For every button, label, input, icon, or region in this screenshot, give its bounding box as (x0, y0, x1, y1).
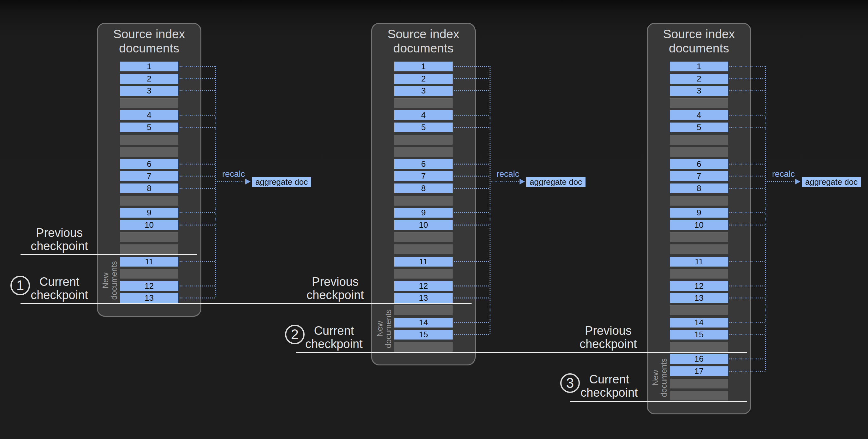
doc-bar: 12 (394, 281, 453, 291)
empty-doc-slot (394, 232, 453, 242)
doc-bar: 8 (394, 183, 453, 193)
doc-bar: 3 (394, 86, 453, 96)
empty-doc-slot (670, 244, 728, 254)
empty-doc-slot (670, 391, 728, 401)
connector-dotted-line (180, 286, 215, 287)
doc-bar: 7 (394, 171, 453, 181)
checkpoint-number-badge: 3 (560, 373, 580, 393)
connector-dotted-line (730, 176, 765, 177)
checkpoint-label-line: checkpoint (6, 239, 113, 253)
empty-doc-slot (120, 269, 178, 279)
transform-checkpoints-diagram: Source indexdocuments12345678910111213re… (0, 0, 868, 439)
aggregate-doc-box: aggregate doc (802, 177, 861, 187)
previous-checkpoint-label: Previouscheckpoint (555, 324, 662, 351)
previous-checkpoint-label: Previouscheckpoint (6, 226, 113, 253)
doc-bar: 13 (120, 293, 178, 303)
checkpoint-line (296, 352, 747, 353)
connector-bracket-line (490, 66, 491, 335)
doc-bar: 1 (394, 62, 453, 71)
doc-bar: 4 (670, 110, 728, 120)
doc-bar: 1 (670, 62, 728, 71)
empty-doc-slot (394, 196, 453, 206)
empty-doc-slot (670, 269, 728, 279)
doc-bar: 14 (670, 318, 728, 327)
doc-bar: 1 (120, 62, 178, 71)
connector-dotted-line (730, 90, 765, 91)
empty-doc-slot (394, 135, 453, 145)
connector-dotted-line (180, 127, 215, 128)
checkpoint-label-line: Previous (282, 275, 389, 288)
checkpoint-number-badge: 2 (285, 325, 305, 344)
doc-bar: 11 (394, 257, 453, 267)
doc-bar: 4 (120, 110, 178, 120)
panel-title: documents (647, 41, 751, 55)
doc-bar: 4 (394, 110, 453, 120)
connector-dotted-line (730, 334, 765, 335)
doc-bar: 3 (120, 86, 178, 96)
connector-dotted-line (454, 261, 490, 262)
checkpoint-line (570, 401, 747, 402)
connector-dotted-line (180, 225, 215, 226)
recalc-arrowhead (795, 179, 801, 184)
doc-bar: 15 (670, 330, 728, 340)
recalc-label: recalc (217, 169, 250, 179)
connector-dotted-line (730, 322, 765, 323)
panel-title: documents (371, 41, 476, 55)
connector-dotted-line (730, 164, 765, 165)
recalc-arrow (490, 181, 520, 182)
connector-dotted-line (180, 212, 215, 213)
recalc-label: recalc (491, 169, 524, 179)
connector-dotted-line (730, 212, 765, 213)
doc-bar: 12 (670, 281, 728, 291)
connector-dotted-line (454, 286, 490, 287)
checkpoint-label-line: Previous (6, 226, 113, 239)
connector-dotted-line (730, 358, 765, 359)
empty-doc-slot (670, 379, 728, 388)
doc-bar: 2 (394, 74, 453, 84)
empty-doc-slot (670, 98, 728, 108)
empty-doc-slot (394, 147, 453, 157)
empty-doc-slot (670, 196, 728, 206)
doc-bar: 14 (394, 318, 453, 327)
doc-bar: 9 (120, 208, 178, 217)
connector-dotted-line (180, 66, 215, 67)
connector-dotted-line (454, 176, 490, 177)
doc-bar: 17 (670, 367, 728, 376)
empty-doc-slot (670, 147, 728, 157)
empty-doc-slot (670, 232, 728, 242)
connector-dotted-line (180, 164, 215, 165)
connector-dotted-line (454, 164, 490, 165)
empty-doc-slot (670, 135, 728, 145)
doc-bar: 8 (670, 183, 728, 193)
panel-title: Source index (371, 27, 476, 41)
connector-dotted-line (730, 127, 765, 128)
empty-doc-slot (120, 244, 178, 254)
checkpoint-label-line: checkpoint (282, 288, 389, 302)
aggregate-doc-box: aggregate doc (526, 177, 586, 187)
connector-dotted-line (180, 90, 215, 91)
empty-doc-slot (394, 305, 453, 315)
doc-bar: 12 (120, 281, 178, 291)
empty-doc-slot (394, 269, 453, 279)
doc-bar: 13 (670, 293, 728, 303)
connector-dotted-line (180, 188, 215, 189)
doc-bar: 2 (670, 74, 728, 84)
doc-bar: 2 (120, 74, 178, 84)
doc-bar: 10 (670, 220, 728, 230)
connector-dotted-line (730, 66, 765, 67)
doc-bar: 6 (120, 159, 178, 169)
doc-bar: 15 (394, 330, 453, 340)
connector-dotted-line (454, 225, 490, 226)
connector-dotted-line (454, 66, 490, 67)
connector-dotted-line (454, 297, 490, 298)
empty-doc-slot (120, 147, 178, 157)
recalc-arrowhead (520, 179, 525, 184)
connector-dotted-line (454, 90, 490, 91)
panel-title: Source index (647, 27, 751, 41)
empty-doc-slot (120, 196, 178, 206)
empty-doc-slot (394, 342, 453, 352)
doc-bar: 6 (394, 159, 453, 169)
connector-dotted-line (454, 212, 490, 213)
previous-checkpoint-label: Previouscheckpoint (282, 275, 389, 302)
connector-dotted-line (730, 115, 765, 116)
